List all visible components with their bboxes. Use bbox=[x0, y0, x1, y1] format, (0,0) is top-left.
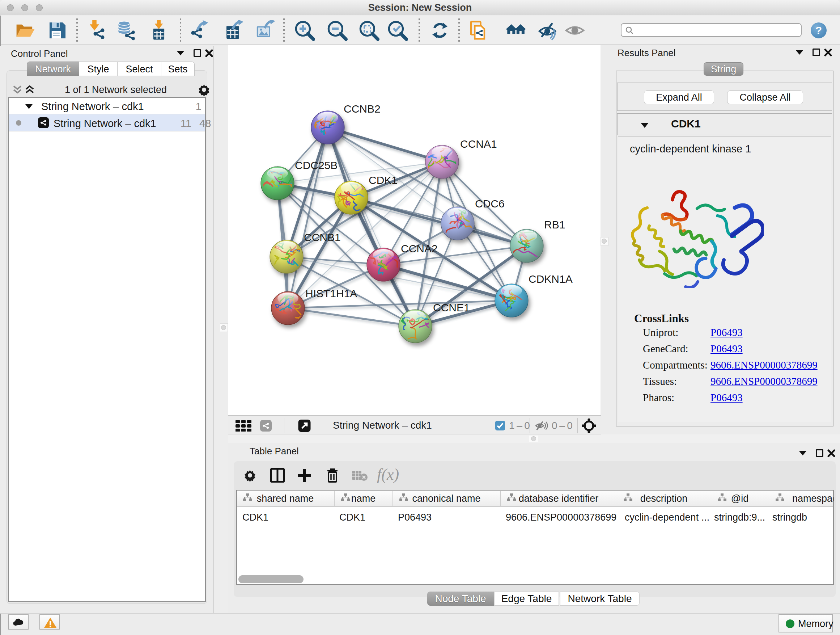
svg-text:CDC6: CDC6 bbox=[475, 198, 505, 210]
svg-text:HIST1H1A: HIST1H1A bbox=[305, 287, 357, 299]
svg-text:CCNB2: CCNB2 bbox=[344, 103, 381, 115]
svg-text:CDK1: CDK1 bbox=[369, 174, 398, 186]
svg-text:CDC25B: CDC25B bbox=[295, 159, 338, 171]
svg-text:RB1: RB1 bbox=[544, 219, 565, 231]
svg-text:CCNE1: CCNE1 bbox=[433, 302, 470, 314]
svg-text:CCNB1: CCNB1 bbox=[304, 231, 341, 243]
svg-text:CCNA1: CCNA1 bbox=[460, 138, 497, 150]
svg-text:CDKN1A: CDKN1A bbox=[529, 273, 573, 285]
svg-text:CCNA2: CCNA2 bbox=[401, 242, 438, 255]
